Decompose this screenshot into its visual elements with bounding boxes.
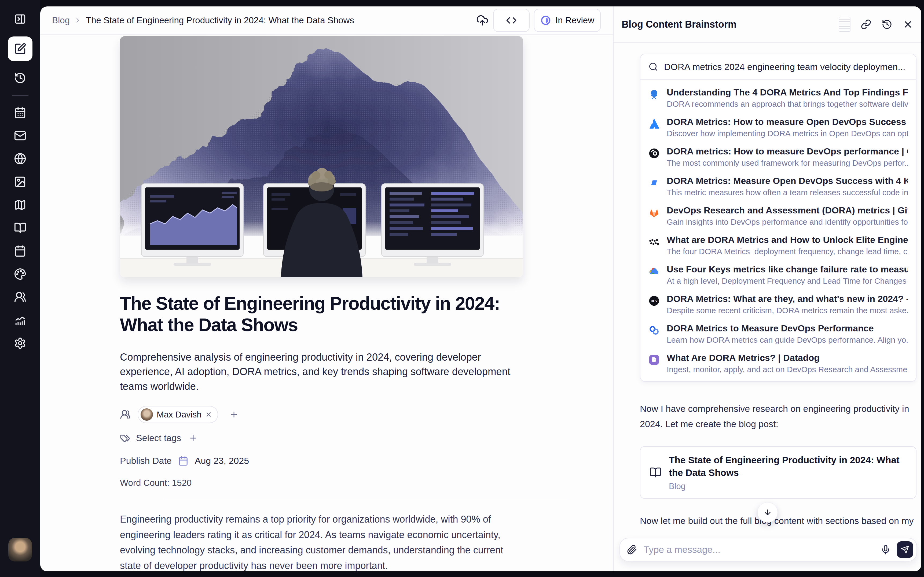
calendar-icon[interactable] <box>14 245 26 257</box>
close-icon[interactable] <box>903 19 913 30</box>
arrow-down-icon <box>763 508 772 517</box>
add-author-button[interactable] <box>229 410 239 419</box>
result-title: Understanding The 4 DORA Metrics And Top… <box>667 87 908 98</box>
result-snippet: DORA recommends an approach that brings … <box>667 100 908 109</box>
search-result-item[interactable]: DORA metrics: How to measure DevOps perf… <box>640 142 916 172</box>
result-snippet: Discover how implementing DORA metrics i… <box>667 129 908 138</box>
result-snippet: At a high level, Deployment Frequency an… <box>667 276 908 285</box>
result-snippet: Learn how DORA metrics can guide DevOps … <box>667 335 908 345</box>
remove-author-icon[interactable] <box>205 411 212 418</box>
editor-toolbar: Blog The State of Engineering Productivi… <box>40 6 613 35</box>
status-half-circle-icon <box>540 15 551 26</box>
status-badge: In Review <box>556 15 594 26</box>
assistant-message: Now I have comprehensive research on eng… <box>640 401 916 432</box>
author-avatar <box>141 408 153 421</box>
search-result-item[interactable]: What Are DORA Metrics? | Datadog Ingest,… <box>640 348 916 378</box>
search-query: DORA metrics 2024 engineering team veloc… <box>664 62 908 72</box>
assistant-panel: Blog Content Brainstorm DORA metrics 202… <box>614 6 921 571</box>
compose-icon <box>14 43 26 55</box>
hero-image <box>120 36 523 277</box>
search-result-item[interactable]: DORA Metrics: Measure Open DevOps Succes… <box>640 172 916 201</box>
status-button[interactable]: In Review <box>534 9 601 32</box>
assistant-title: Blog Content Brainstorm <box>622 19 829 30</box>
search-result-item[interactable]: What are DORA Metrics and How to Unlock … <box>640 230 916 260</box>
result-title: Use Four Keys metrics like change failur… <box>667 264 908 274</box>
artifact-card[interactable]: The State of Engineering Productivity in… <box>640 446 916 499</box>
book-open-icon <box>649 467 661 478</box>
body-paragraph-1[interactable]: Engineering productivity remains a top p… <box>120 512 523 571</box>
calendar-days-icon[interactable] <box>14 106 26 119</box>
globe-icon[interactable] <box>14 153 26 165</box>
message-input[interactable] <box>643 544 875 555</box>
result-favicon <box>648 147 660 160</box>
tags-icon <box>120 433 130 443</box>
search-icon <box>648 62 658 72</box>
send-button[interactable] <box>897 542 913 558</box>
microphone-icon[interactable] <box>880 545 891 555</box>
search-result-item[interactable]: Understanding The 4 DORA Metrics And Top… <box>640 83 916 113</box>
message-composer <box>619 538 917 561</box>
document-thumbnail-icon[interactable] <box>839 17 850 32</box>
result-favicon <box>648 88 660 100</box>
users-icon[interactable] <box>14 291 26 303</box>
search-results-list: Understanding The 4 DORA Metrics And Top… <box>640 80 916 381</box>
send-icon <box>901 545 909 554</box>
search-result-item[interactable]: Use Four Keys metrics like change failur… <box>640 260 916 290</box>
editor-pane: Blog The State of Engineering Productivi… <box>40 6 614 571</box>
document-title[interactable]: The State of Engineering Productivity in… <box>120 293 523 335</box>
result-snippet: The four DORA Metrics–deployment frequen… <box>667 247 908 256</box>
cloud-upload-icon[interactable] <box>476 14 489 27</box>
result-favicon <box>648 324 660 337</box>
select-tags-label[interactable]: Select tags <box>136 433 181 443</box>
result-snippet: Ingest, monitor, apply, and act on DevOp… <box>667 365 908 374</box>
result-title: DORA metrics: How to measure DevOps perf… <box>667 146 908 156</box>
code-view-button[interactable] <box>493 9 530 32</box>
result-snippet: Despite some recent criticism, DORA metr… <box>667 306 908 315</box>
result-favicon <box>648 265 660 277</box>
search-row[interactable]: DORA metrics 2024 engineering team veloc… <box>640 54 916 80</box>
search-result-item[interactable]: DORA Metrics: What are they, and what's … <box>640 290 916 319</box>
search-result-item[interactable]: DORA Metrics to Measure DevOps Performan… <box>640 319 916 348</box>
link-icon[interactable] <box>861 19 871 30</box>
author-chip[interactable]: Max Davish <box>137 406 218 423</box>
history-icon[interactable] <box>882 19 892 30</box>
map-icon[interactable] <box>14 199 26 211</box>
search-result-item[interactable]: DORA Metrics: How to measure Open DevOps… <box>640 113 916 142</box>
result-snippet: This metric measures how often a team re… <box>667 188 908 197</box>
result-title: DORA Metrics: How to measure Open DevOps… <box>667 117 908 127</box>
chat-scroll-area[interactable]: DORA metrics 2024 engineering team veloc… <box>614 43 921 534</box>
analytics-icon[interactable] <box>14 314 26 326</box>
history-icon[interactable] <box>14 72 26 84</box>
result-title: DORA Metrics: What are they, and what's … <box>667 293 908 304</box>
scroll-to-bottom-button[interactable] <box>758 502 778 522</box>
result-favicon <box>648 236 660 248</box>
image-icon[interactable] <box>14 176 26 188</box>
publish-date-label: Publish Date <box>120 456 172 466</box>
assistant-header: Blog Content Brainstorm <box>614 6 921 43</box>
breadcrumb-blog[interactable]: Blog <box>52 15 70 26</box>
sidebar-item-compose-active[interactable] <box>8 37 32 61</box>
user-avatar[interactable] <box>8 538 32 561</box>
result-title: What are DORA Metrics and How to Unlock … <box>667 235 908 245</box>
result-favicon <box>648 206 660 219</box>
publish-date-row: Publish Date Aug 23, 2025 <box>120 456 523 466</box>
result-snippet: Gain insights into DevOps performance an… <box>667 218 908 227</box>
app-sidebar <box>0 0 40 577</box>
chevron-right-icon <box>74 17 82 24</box>
add-tag-button[interactable] <box>189 434 198 443</box>
result-favicon <box>648 354 660 366</box>
document-description[interactable]: Comprehensive analysis of engineering pr… <box>120 350 523 393</box>
result-favicon <box>648 177 660 189</box>
document-body: The State of Engineering Productivity in… <box>40 35 613 571</box>
panel-toggle-icon[interactable] <box>14 13 26 25</box>
settings-icon[interactable] <box>14 337 26 349</box>
publish-date-value[interactable]: Aug 23, 2025 <box>195 456 249 466</box>
book-open-icon[interactable] <box>14 222 26 234</box>
artifact-title: The State of Engineering Productivity in… <box>669 454 907 479</box>
mail-icon[interactable] <box>14 129 26 142</box>
search-result-item[interactable]: DevOps Research and Assessment (DORA) me… <box>640 201 916 230</box>
attachment-icon[interactable] <box>627 545 637 555</box>
code-icon <box>506 15 517 26</box>
author-name: Max Davish <box>157 410 202 420</box>
palette-icon[interactable] <box>14 268 26 280</box>
